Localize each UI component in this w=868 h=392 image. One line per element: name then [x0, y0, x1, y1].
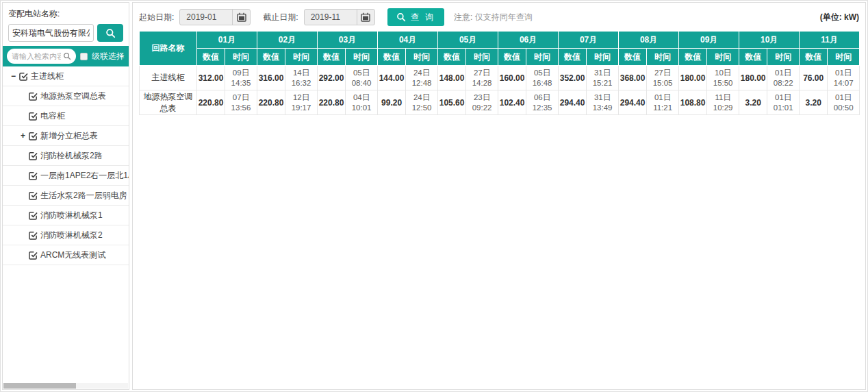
time-cell: 01日14:07 — [828, 66, 860, 90]
tree-item[interactable]: 消防喷淋机械泵1 — [3, 206, 129, 225]
time-cell: 14日16:32 — [285, 66, 318, 90]
collapse-icon[interactable]: − — [10, 72, 17, 80]
checked-box-icon — [29, 132, 38, 140]
tree-item-label: 消防喷淋机械泵2 — [40, 230, 103, 241]
value-cell: 220.80 — [257, 90, 285, 115]
time-cell: 23日09:22 — [466, 90, 498, 115]
month-header: 01月 — [197, 32, 257, 49]
station-input[interactable] — [8, 24, 94, 42]
value-cell: 144.00 — [378, 66, 406, 90]
tree-item[interactable]: 消防喷淋机械泵2 — [3, 225, 129, 245]
time-text: 00:50 — [834, 103, 854, 112]
value-subheader: 数值 — [739, 49, 767, 66]
month-header: 06月 — [498, 32, 559, 49]
value-cell: 220.80 — [197, 90, 225, 115]
tree-item-label: 主进线柜 — [31, 71, 64, 82]
tree-item[interactable]: ARCM无线表测试 — [3, 245, 129, 265]
table-row: 主进线柜312.0009日14:35316.0014日16:32292.0005… — [140, 66, 860, 90]
search-icon — [63, 52, 71, 60]
month-header: 03月 — [318, 32, 378, 49]
tree-item[interactable]: 生活水泵2路一层弱电房 — [3, 186, 129, 206]
time-cell: 11日10:29 — [707, 90, 739, 115]
time-text: 10:01 — [352, 103, 372, 112]
unit-label: (单位: kW) — [820, 12, 859, 23]
start-date-label: 起始日期: — [139, 12, 174, 23]
day-text: 24日 — [413, 69, 430, 77]
day-text: 14日 — [293, 69, 309, 77]
tree-item[interactable]: 电容柜 — [3, 106, 129, 126]
checked-box-icon — [29, 211, 38, 220]
day-text: 07日 — [233, 93, 249, 101]
time-subheader: 时间 — [587, 49, 619, 66]
time-text: 13:49 — [593, 103, 613, 112]
time-cell: 01日01:01 — [767, 90, 800, 115]
time-text: 19:17 — [292, 103, 311, 112]
end-date-picker[interactable]: 2019-11 — [304, 9, 375, 25]
time-text: 08:22 — [774, 79, 793, 87]
time-cell: 04日10:01 — [346, 90, 378, 115]
cascade-label: 级联选择 — [92, 51, 125, 62]
value-subheader: 数值 — [619, 49, 647, 66]
station-label: 变配电站名称: — [8, 8, 123, 20]
month-header: 08月 — [619, 32, 679, 49]
tree-item-label: 消防栓机械泵2路 — [40, 150, 103, 162]
day-text: 06日 — [534, 93, 550, 101]
tree-item[interactable]: 地源热泵空调总表 — [3, 86, 129, 106]
day-text: 24日 — [413, 93, 430, 101]
time-text: 15:05 — [653, 79, 673, 87]
day-text: 09日 — [233, 69, 249, 77]
horizontal-scrollbar[interactable] — [3, 383, 128, 389]
day-text: 05日 — [353, 69, 370, 77]
time-subheader: 时间 — [466, 49, 498, 66]
value-cell: 312.00 — [197, 66, 225, 90]
value-cell: 105.60 — [438, 90, 466, 115]
checked-box-icon — [29, 151, 38, 160]
time-cell: 07日13:56 — [225, 90, 257, 115]
time-cell: 27日14:28 — [466, 66, 498, 90]
expand-icon[interactable]: + — [19, 132, 27, 140]
value-subheader: 数值 — [559, 49, 587, 66]
time-subheader: 时间 — [707, 49, 739, 66]
tree-item[interactable]: 消防栓机械泵2路 — [3, 146, 129, 166]
tree-item[interactable]: 一层南1APE2右一层北1APE1左 — [3, 166, 129, 186]
day-text: 27日 — [474, 69, 490, 77]
time-cell: 05日08:40 — [346, 66, 378, 90]
tree-item-label: 一层南1APE2右一层北1APE1左 — [40, 170, 129, 182]
time-cell: 12日19:17 — [285, 90, 318, 115]
day-text: 01日 — [775, 69, 791, 77]
day-text: 31日 — [594, 69, 611, 77]
time-subheader: 时间 — [767, 49, 800, 66]
value-cell: 292.00 — [318, 66, 346, 90]
month-header: 11月 — [800, 32, 860, 49]
calendar-icon[interactable] — [232, 10, 250, 25]
time-subheader: 时间 — [285, 49, 318, 66]
month-header: 02月 — [257, 32, 318, 49]
tree-search-input[interactable] — [12, 52, 61, 60]
tree-search-field[interactable] — [7, 49, 76, 64]
start-date-picker[interactable]: 2019-01 — [179, 9, 251, 25]
month-header: 07月 — [559, 32, 619, 49]
time-cell: 09日14:35 — [225, 66, 257, 90]
tree-item[interactable]: −主进线柜 — [3, 66, 129, 86]
scrollbar-thumb[interactable] — [3, 383, 76, 389]
time-text: 14:28 — [472, 79, 492, 87]
tree-item-label: 消防喷淋机械泵1 — [40, 210, 103, 221]
tree-item-label: 新增分立柜总表 — [40, 130, 98, 142]
day-text: 23日 — [474, 93, 490, 101]
value-cell: 108.80 — [679, 90, 707, 115]
month-header: 09月 — [679, 32, 739, 49]
checked-box-icon — [29, 231, 38, 240]
tree-item[interactable]: +新增分立柜总表 — [3, 126, 129, 146]
station-search-button[interactable] — [97, 24, 123, 42]
calendar-icon[interactable] — [357, 10, 374, 25]
time-cell: 05日16:48 — [526, 66, 559, 90]
day-text: 05日 — [534, 69, 550, 77]
station-section: 变配电站名称: — [3, 3, 129, 46]
query-button[interactable]: 查 询 — [387, 8, 444, 26]
checked-box-icon — [19, 72, 28, 81]
time-text: 09:22 — [472, 103, 492, 112]
tree-item-label: 生活水泵2路一层弱电房 — [40, 190, 127, 201]
time-text: 08:40 — [352, 79, 372, 87]
cascade-checkbox[interactable] — [80, 53, 88, 60]
start-date-value: 2019-01 — [180, 12, 232, 22]
